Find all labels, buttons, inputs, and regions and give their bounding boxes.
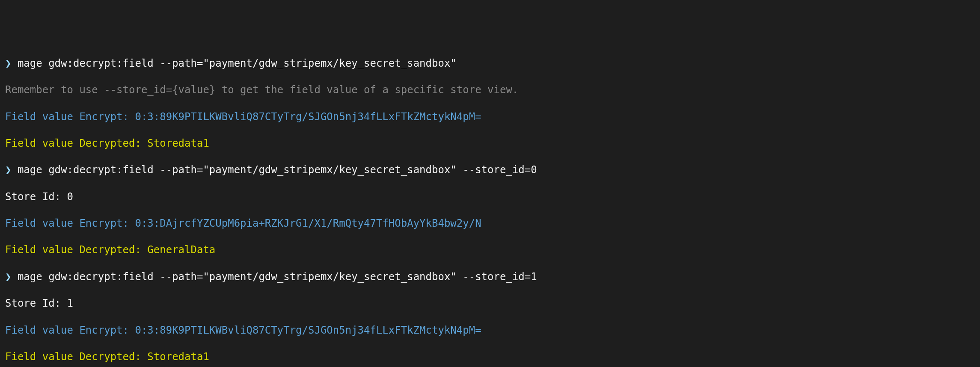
command-text: mage gdw:decrypt:field --path="payment/g…: [11, 57, 456, 69]
encrypt-value: 0:3:DAjrcfYZCUpM6pia+RZKJrG1/X1/RmQty47T…: [135, 217, 481, 229]
decrypt-value: Storedata1: [147, 351, 209, 363]
encrypt-label: Field value Encrypt:: [5, 217, 135, 229]
encrypt-value: 0:3:89K9PTILKWBvliQ87CTyTrg/SJGOn5nj34fL…: [135, 324, 481, 336]
encrypt-label: Field value Encrypt:: [5, 324, 135, 336]
terminal-store-id-line-0: Store Id: 0: [5, 190, 975, 204]
encrypt-value: 0:3:89K9PTILKWBvliQ87CTyTrg/SJGOn5nj34fL…: [135, 111, 481, 123]
encrypt-label: Field value Encrypt:: [5, 111, 135, 123]
terminal-decrypt-line-3: Field value Decrypted: Storedata1: [5, 350, 975, 364]
decrypt-label: Field value Decrypted:: [5, 351, 147, 363]
prompt-chevron: ❯: [5, 271, 11, 283]
terminal-line-cmd-1: ❯ mage gdw:decrypt:field --path="payment…: [5, 57, 975, 70]
terminal-decrypt-line-1: Field value Decrypted: Storedata1: [5, 137, 975, 150]
terminal-encrypt-line-2: Field value Encrypt: 0:3:DAjrcfYZCUpM6pi…: [5, 217, 975, 230]
decrypt-value: GeneralData: [147, 244, 215, 256]
terminal-line-cmd-2: ❯ mage gdw:decrypt:field --path="payment…: [5, 163, 975, 177]
command-text: mage gdw:decrypt:field --path="payment/g…: [11, 271, 537, 283]
prompt-chevron: ❯: [5, 164, 11, 176]
terminal-decrypt-line-2: Field value Decrypted: GeneralData: [5, 243, 975, 257]
decrypt-value: Storedata1: [147, 137, 209, 149]
terminal-line-cmd-3: ❯ mage gdw:decrypt:field --path="payment…: [5, 270, 975, 284]
decrypt-label: Field value Decrypted:: [5, 244, 147, 256]
prompt-chevron: ❯: [5, 57, 11, 69]
terminal-encrypt-line-3: Field value Encrypt: 0:3:89K9PTILKWBvliQ…: [5, 324, 975, 337]
decrypt-label: Field value Decrypted:: [5, 137, 147, 149]
command-text: mage gdw:decrypt:field --path="payment/g…: [11, 164, 537, 176]
terminal-store-id-line-1: Store Id: 1: [5, 297, 975, 310]
terminal-encrypt-line-1: Field value Encrypt: 0:3:89K9PTILKWBvliQ…: [5, 110, 975, 124]
terminal-hint-line: Remember to use --store_id={value} to ge…: [5, 83, 975, 97]
